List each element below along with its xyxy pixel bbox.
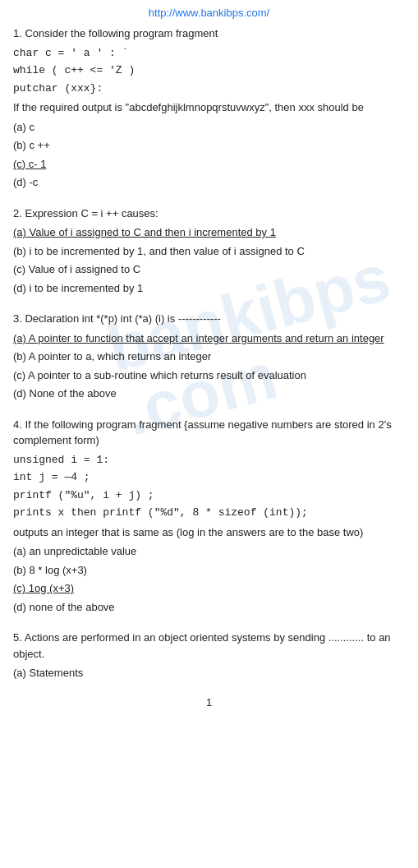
question-1-option-b: (b) c ++ [13,137,405,154]
website-link[interactable]: http://www.bankibps.com/ [149,7,269,19]
question-4-code-2: int j = —4 ; [13,469,405,486]
question-4-option-c: (c) 1og (x+3) [13,580,405,597]
question-1-desc: If the required output is "abcdefghijklm… [13,99,405,116]
question-5-option-a: (a) Statements [13,665,405,681]
question-2-option-c: (c) Value of i assigned to C [13,261,405,278]
question-1: 1. Consider the following program fragme… [13,25,405,191]
question-3: 3. Declaration int *(*p) int (*a) (i) is… [13,311,405,402]
question-4-option-b: (b) 8 * log (x+3) [13,562,405,579]
question-3-option-a: (a) A pointer to function that accept an… [13,330,405,347]
question-2-option-d: (d) i to be incremented by 1 [13,280,405,297]
header-url[interactable]: http://www.bankibps.com/ [13,7,405,19]
question-4-code-3: printf ("%u", i + j) ; [13,487,405,504]
question-2: 2. Expression C = i ++ causes: (a) Value… [13,205,405,297]
question-1-option-c: (c) c- 1 [13,156,405,173]
question-1-code-1: char c = ' a ' : ` [13,45,405,62]
question-2-title: 2. Expression C = i ++ causes: [13,205,405,222]
page-number: 1 [13,696,405,709]
question-4-option-d: (d) none of the above [13,599,405,616]
question-5: 5. Actions are performed in an object or… [13,630,405,681]
question-1-code-3: putchar (xxx}: [13,81,405,97]
question-5-title: 5. Actions are performed in an object or… [13,630,405,662]
question-4-code-1: unsigned i = 1: [13,452,405,469]
question-1-code-2: while ( c++ <= 'Z ) [13,62,405,79]
question-3-option-d: (d) None of the above [13,386,405,402]
question-4: 4. If the following program fragment {as… [13,417,405,616]
question-4-code-4: prints x then printf ("%d", 8 * sizeof (… [13,505,405,521]
question-1-option-a: (a) c [13,119,405,136]
question-1-title: 1. Consider the following program fragme… [13,25,405,42]
question-4-option-a: (a) an unpredictable value [13,543,405,560]
question-4-desc: outputs an integer that is same as (log … [13,524,405,541]
question-4-title: 4. If the following program fragment {as… [13,417,405,449]
question-2-option-b: (b) i to be incremented by 1, and then v… [13,243,405,260]
question-2-option-a: (a) Value of i assigned to C and then i … [13,224,405,241]
question-1-option-d: (d) -c [13,174,405,191]
question-3-option-c: (c) A pointer to a sub-routine which ret… [13,367,405,384]
question-3-title: 3. Declaration int *(*p) int (*a) (i) is… [13,311,405,327]
question-3-option-b: (b) A pointer to a, which returns an int… [13,349,405,365]
